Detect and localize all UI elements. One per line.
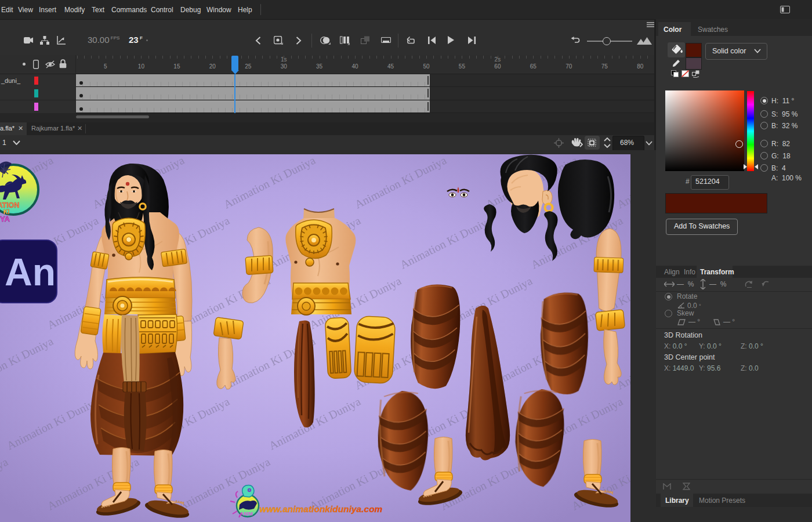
svg-text:www.animationkiduniya.com: www.animationkiduniya.com [259, 504, 382, 514]
svg-text:MATION: MATION [0, 201, 19, 209]
svg-text:ANIM: ANIM [240, 511, 253, 517]
svg-text:An: An [5, 251, 56, 293]
svg-text:NIYA: NIYA [0, 215, 10, 223]
